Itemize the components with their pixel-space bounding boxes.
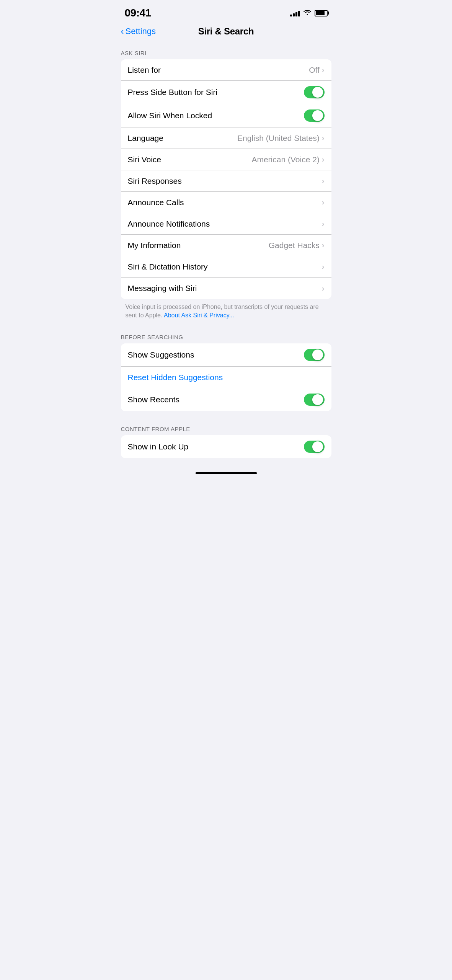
page-title: Siri & Search (198, 26, 254, 37)
back-button[interactable]: ‹ Settings (121, 26, 156, 36)
siri-responses-row[interactable]: Siri Responses › (121, 170, 331, 192)
show-in-look-up-row[interactable]: Show in Look Up (121, 435, 331, 458)
announce-notifications-row[interactable]: Announce Notifications › (121, 213, 331, 235)
siri-voice-label: Siri Voice (128, 155, 162, 164)
content-from-apple-card: Show in Look Up (121, 435, 331, 458)
my-information-value: Gadget Hacks (269, 241, 320, 250)
language-row[interactable]: Language English (United States) › (121, 127, 331, 149)
nav-header: ‹ Settings Siri & Search (113, 23, 339, 43)
announce-notifications-label: Announce Notifications (128, 219, 210, 229)
press-side-button-toggle[interactable] (304, 86, 325, 98)
listen-for-row[interactable]: Listen for Off › (121, 59, 331, 81)
language-label: Language (128, 134, 163, 143)
ask-siri-section-header: ASK SIRI (113, 43, 339, 59)
home-bar (196, 472, 257, 474)
content-from-apple-section-header: CONTENT FROM APPLE (113, 419, 339, 435)
siri-dictation-history-row[interactable]: Siri & Dictation History › (121, 256, 331, 278)
siri-voice-value: American (Voice 2) (251, 155, 319, 164)
signal-icon (290, 10, 300, 16)
reset-hidden-suggestions-row[interactable]: Reset Hidden Suggestions (121, 367, 331, 388)
allow-locked-toggle[interactable] (304, 109, 325, 122)
home-indicator (113, 466, 339, 477)
listen-for-label: Listen for (128, 65, 161, 75)
my-information-label: My Information (128, 241, 181, 250)
messaging-with-siri-label: Messaging with Siri (128, 284, 197, 293)
status-bar: 09:41 (113, 0, 339, 23)
chevron-icon: › (322, 262, 325, 271)
back-label: Settings (126, 26, 156, 36)
listen-for-value: Off (309, 65, 320, 75)
chevron-icon: › (322, 155, 325, 164)
status-time: 09:41 (125, 7, 151, 19)
press-side-button-label: Press Side Button for Siri (128, 88, 218, 97)
siri-voice-row[interactable]: Siri Voice American (Voice 2) › (121, 149, 331, 170)
wifi-icon (303, 9, 312, 17)
reset-hidden-suggestions-label: Reset Hidden Suggestions (128, 373, 223, 382)
show-suggestions-toggle[interactable] (304, 349, 325, 361)
allow-locked-row[interactable]: Allow Siri When Locked (121, 104, 331, 127)
ask-siri-privacy-link[interactable]: About Ask Siri & Privacy... (164, 312, 234, 318)
show-in-look-up-toggle[interactable] (304, 441, 325, 453)
status-icons (290, 9, 328, 17)
chevron-icon: › (322, 198, 325, 207)
my-information-row[interactable]: My Information Gadget Hacks › (121, 235, 331, 256)
show-suggestions-row[interactable]: Show Suggestions (121, 343, 331, 367)
battery-icon (315, 10, 328, 16)
language-value: English (United States) (237, 134, 320, 143)
chevron-icon: › (322, 176, 325, 185)
press-side-button-row[interactable]: Press Side Button for Siri (121, 81, 331, 104)
before-searching-section-header: BEFORE SEARCHING (113, 327, 339, 343)
show-recents-toggle[interactable] (304, 394, 325, 406)
ask-siri-card: Listen for Off › Press Side Button for S… (121, 59, 331, 299)
allow-locked-label: Allow Siri When Locked (128, 111, 212, 120)
chevron-icon: › (322, 284, 325, 293)
messaging-with-siri-row[interactable]: Messaging with Siri › (121, 278, 331, 299)
back-chevron-icon: ‹ (121, 27, 124, 36)
siri-responses-label: Siri Responses (128, 176, 182, 186)
chevron-icon: › (322, 219, 325, 228)
chevron-icon: › (322, 241, 325, 250)
chevron-icon: › (322, 65, 325, 74)
show-in-look-up-label: Show in Look Up (128, 442, 189, 451)
show-recents-row[interactable]: Show Recents (121, 388, 331, 411)
announce-calls-label: Announce Calls (128, 198, 184, 207)
announce-calls-row[interactable]: Announce Calls › (121, 192, 331, 213)
before-searching-card: Show Suggestions Reset Hidden Suggestion… (121, 343, 331, 411)
ask-siri-footer: Voice input is processed on iPhone, but … (113, 299, 339, 327)
show-recents-label: Show Recents (128, 395, 179, 404)
show-suggestions-label: Show Suggestions (128, 350, 194, 359)
chevron-icon: › (322, 134, 325, 142)
siri-dictation-history-label: Siri & Dictation History (128, 262, 208, 271)
